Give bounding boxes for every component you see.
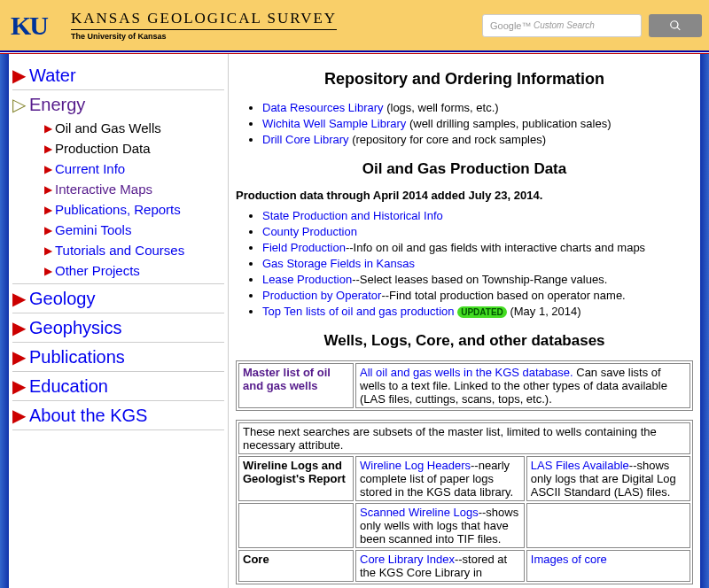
table-cell: Scanned Wireline Logs--shows only wells … (355, 503, 525, 548)
triangle-icon: ▷ (12, 94, 26, 115)
divider (12, 429, 224, 430)
table-row: Core Core Library Index--stored at the K… (238, 550, 690, 582)
heading-repository: Repository and Ordering Information (236, 70, 693, 89)
table-rowhead: Wireline Logs and Geologist's Report (238, 456, 354, 501)
link-wireline-headers[interactable]: Wireline Log Headers (360, 459, 471, 472)
nav-production-data[interactable]: ▶Production Data (44, 141, 224, 156)
updated-badge: UPDATED (457, 306, 507, 318)
nav-other-projects[interactable]: ▶Other Projects (44, 263, 224, 278)
nav-publications-reports[interactable]: ▶Publications, Reports (44, 202, 224, 217)
nav-interactive-maps[interactable]: ▶Interactive Maps (44, 182, 224, 197)
list-item: Wichita Well Sample Library (well drilli… (262, 117, 693, 130)
divider (12, 342, 224, 343)
triangle-icon: ▶ (44, 244, 52, 257)
prod-list: State Production and Historical Info Cou… (262, 209, 693, 318)
link-core-library[interactable]: Core Library Index (360, 553, 455, 566)
triangle-icon: ▶ (44, 224, 52, 236)
divider (12, 313, 224, 313)
link-top-ten[interactable]: Top Ten lists of oil and gas production (262, 305, 455, 318)
table-cell (526, 503, 690, 548)
nav-water[interactable]: ▶Water (12, 65, 224, 86)
heading-production: Oil and Gas Production Data (236, 160, 693, 178)
search-icon (669, 19, 682, 32)
table-rowhead: Core (238, 550, 354, 582)
table-cell: Core Library Index--stored at the KGS Co… (355, 550, 525, 582)
nav-about-kgs[interactable]: ▶About the KGS (12, 405, 224, 426)
link-lease-prod[interactable]: Lease Production (262, 273, 352, 286)
nav-energy[interactable]: ▷Energy (12, 94, 224, 115)
header-titles: KANSAS GEOLOGICAL SURVEY The University … (71, 10, 337, 41)
header-left: KU KANSAS GEOLOGICAL SURVEY The Universi… (11, 8, 337, 43)
list-item: Lease Production--Select leases based on… (262, 273, 693, 286)
production-note: Production data through April 2014 added… (236, 189, 693, 202)
list-item: Gas Storage Fields in Kansas (262, 257, 693, 270)
triangle-icon: ▶ (12, 346, 26, 368)
search-button[interactable] (649, 14, 702, 37)
triangle-icon: ▶ (12, 375, 26, 397)
link-state-prod[interactable]: State Production and Historical Info (262, 209, 443, 222)
heading-wells-logs: Wells, Logs, Core, and other databases (236, 332, 693, 350)
search-input[interactable]: Google™ Custom Search (482, 14, 642, 37)
table-row: Wireline Logs and Geologist's Report Wir… (238, 456, 690, 501)
table-note: These next searches are subsets of the m… (238, 422, 690, 454)
table-cell: Wireline Log Headers--nearly complete li… (355, 456, 525, 501)
site-title: KANSAS GEOLOGICAL SURVEY (71, 10, 337, 30)
divider (12, 371, 224, 372)
link-county-prod[interactable]: County Production (262, 225, 357, 238)
table-cell: Images of core (526, 550, 690, 582)
right-blue-strip (700, 54, 709, 588)
header: KU KANSAS GEOLOGICAL SURVEY The Universi… (0, 0, 709, 50)
divider (12, 283, 224, 284)
list-item: Drill Core Library (repository for core … (262, 133, 693, 146)
list-item: State Production and Historical Info (262, 209, 693, 222)
table-master-list: Master list of oil and gas wells All oil… (236, 360, 693, 411)
list-item: Field Production--Info on oil and gas fi… (262, 241, 693, 254)
nav-oil-gas-wells[interactable]: ▶Oil and Gas Wells (44, 120, 224, 135)
link-las-files[interactable]: LAS Files Available (531, 459, 629, 472)
triangle-icon: ▶ (44, 204, 52, 216)
nav-gemini-tools[interactable]: ▶Gemini Tools (44, 222, 224, 237)
triangle-icon: ▶ (44, 122, 52, 135)
triangle-icon: ▶ (12, 288, 26, 309)
divider (12, 89, 224, 90)
triangle-icon: ▶ (44, 183, 52, 196)
table-cell: LAS Files Available--shows only logs tha… (526, 456, 690, 501)
search-area: Google™ Custom Search (482, 14, 702, 37)
main-content: Repository and Ordering Information Data… (229, 54, 700, 588)
triangle-icon: ▶ (44, 163, 52, 175)
ku-logo[interactable]: KU (11, 8, 64, 43)
link-prod-operator[interactable]: Production by Operator (262, 289, 381, 302)
sidebar: ▶Water ▷Energy ▶Oil and Gas Wells ▶Produ… (9, 54, 229, 588)
list-item: Top Ten lists of oil and gas production … (262, 305, 693, 318)
triangle-icon: ▶ (12, 317, 26, 338)
nav-geophysics[interactable]: ▶Geophysics (12, 317, 224, 338)
site-subtitle: The University of Kansas (71, 32, 337, 41)
nav-geology[interactable]: ▶Geology (12, 288, 224, 309)
left-blue-strip (0, 54, 9, 588)
link-data-resources[interactable]: Data Resources Library (262, 101, 384, 114)
list-item: Data Resources Library (logs, well forms… (262, 101, 693, 114)
link-drill-core[interactable]: Drill Core Library (262, 133, 349, 146)
triangle-icon: ▶ (12, 65, 26, 86)
table-rowhead (238, 503, 354, 548)
link-scanned-logs[interactable]: Scanned Wireline Logs (360, 506, 479, 519)
table-subsets: These next searches are subsets of the m… (236, 420, 693, 584)
table-rowhead: Master list of oil and gas wells (238, 363, 354, 408)
repo-list: Data Resources Library (logs, well forms… (262, 101, 693, 146)
nav-tutorials[interactable]: ▶Tutorials and Courses (44, 243, 224, 258)
table-row: Scanned Wireline Logs--shows only wells … (238, 503, 690, 548)
nav-education[interactable]: ▶Education (12, 375, 224, 397)
nav-current-info[interactable]: ▶Current Info (44, 161, 224, 176)
triangle-icon: ▶ (44, 265, 52, 277)
link-gas-storage[interactable]: Gas Storage Fields in Kansas (262, 257, 415, 270)
divider (12, 400, 224, 401)
list-item: County Production (262, 225, 693, 238)
link-wichita[interactable]: Wichita Well Sample Library (262, 117, 406, 130)
table-cell: All oil and gas wells in the KGS databas… (355, 363, 690, 408)
nav-publications[interactable]: ▶Publications (12, 346, 224, 368)
triangle-icon: ▶ (44, 143, 52, 155)
list-item: Production by Operator--Find total produ… (262, 289, 693, 302)
link-all-wells[interactable]: All oil and gas wells in the KGS databas… (360, 366, 573, 379)
link-images-core[interactable]: Images of core (531, 553, 607, 566)
link-field-prod[interactable]: Field Production (262, 241, 346, 254)
